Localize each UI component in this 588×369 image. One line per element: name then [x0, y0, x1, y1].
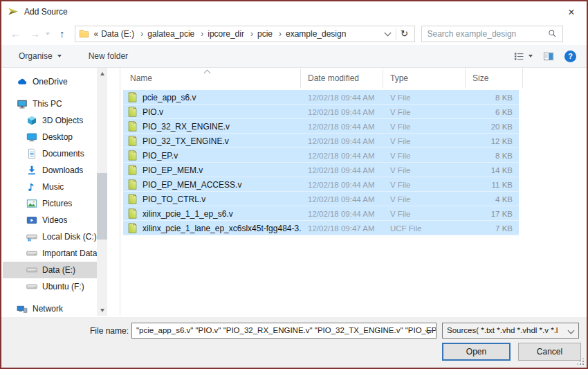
organise-button[interactable]: Organise — [15, 51, 66, 62]
up-button[interactable] — [57, 27, 67, 40]
recent-locations-chevron-icon[interactable] — [46, 33, 50, 35]
video-icon — [26, 215, 37, 226]
forward-button[interactable] — [28, 27, 42, 40]
column-header-type[interactable]: Type — [383, 69, 466, 88]
disk-icon — [26, 264, 37, 276]
pane-divider — [120, 68, 120, 316]
file-icon — [127, 150, 138, 161]
disk-icon — [26, 248, 37, 259]
network-icon — [17, 303, 28, 314]
file-row[interactable]: xilinx_pcie_1_lane_ep_xc6slx45t-fgg484-3… — [123, 221, 519, 235]
file-row[interactable]: PIO_32_TX_ENGINE.v 12/02/18 09:44 AM V F… — [123, 134, 519, 148]
command-toolbar: Organise New folder — [1, 45, 587, 68]
sidebar-scrollbar[interactable] — [97, 68, 107, 316]
sidebar-item[interactable]: OneDrive — [3, 73, 97, 90]
file-icon — [127, 208, 138, 219]
scrollbar-thumb[interactable] — [97, 173, 107, 240]
document-icon — [26, 148, 37, 159]
search-input[interactable] — [422, 29, 548, 39]
file-name-label: File name: — [75, 326, 129, 336]
sidebar-item[interactable]: Pictures — [3, 195, 97, 212]
folder-icon — [79, 28, 89, 39]
help-button[interactable] — [564, 51, 576, 62]
sidebar-item[interactable]: Important Data ( — [3, 245, 97, 262]
download-icon — [26, 165, 37, 176]
breadcrumb-item[interactable]: galatea_pcie — [147, 29, 207, 39]
scroll-up-button[interactable] — [97, 68, 107, 79]
breadcrumb-item[interactable]: pcie — [257, 29, 285, 39]
new-folder-button[interactable]: New folder — [84, 51, 132, 62]
back-button[interactable] — [8, 27, 23, 40]
file-name-combobox[interactable]: "pcie_app_s6.v" "PIO.v" "PIO_32_RX_ENGIN… — [131, 323, 437, 339]
file-list-pane: Name Date modified Type Size pcie_app_s6… — [123, 69, 585, 316]
file-icon — [127, 223, 138, 233]
diskos-icon — [26, 231, 37, 242]
close-button[interactable]: × — [556, 1, 587, 21]
navigation-bar: « Data (E:)galatea_pcieipcore_dirpcieexa… — [1, 22, 587, 45]
file-row[interactable]: PIO_32_RX_ENGINE.v 12/02/18 09:44 AM V F… — [123, 119, 519, 134]
navigation-pane: OneDrive This PC 3D Objects Desktop Docu… — [3, 68, 97, 316]
change-view-button[interactable] — [513, 51, 533, 62]
address-bar[interactable]: « Data (E:)galatea_pcieipcore_dirpcieexa… — [75, 26, 415, 42]
sidebar-item[interactable]: 3D Objects — [3, 112, 97, 129]
pc-icon — [17, 98, 28, 109]
disk-icon — [26, 281, 37, 292]
picture-icon — [26, 198, 37, 209]
file-type-filter-combobox[interactable]: Sources( *.txt *.vhd *.vhdl *.v *.l — [442, 323, 579, 339]
file-icon — [127, 136, 138, 146]
file-row[interactable]: xilinx_pcie_1_1_ep_s6.v 12/02/18 09:44 A… — [123, 206, 519, 221]
chevron-down-icon — [529, 55, 533, 57]
file-row[interactable]: PIO.v 12/02/18 09:44 AM V File 6 KB — [123, 105, 519, 119]
sidebar-item[interactable]: Local Disk (C:) — [3, 228, 97, 245]
file-row[interactable]: PIO_TO_CTRL.v 12/02/18 09:44 AM V File 4… — [123, 192, 519, 206]
scroll-down-button[interactable] — [97, 305, 107, 316]
file-icon — [127, 179, 138, 190]
breadcrumb-item[interactable]: example_design — [285, 29, 347, 39]
file-icon — [127, 165, 138, 175]
file-icon — [127, 92, 138, 102]
cloud-icon — [17, 76, 28, 87]
search-box[interactable] — [421, 26, 563, 42]
search-icon[interactable] — [548, 29, 557, 38]
refresh-button[interactable] — [396, 26, 413, 42]
add-source-dialog: Add Source × « Data (E:)galatea_pcieipco… — [0, 0, 588, 369]
preview-pane-icon — [543, 51, 554, 62]
sidebar-item[interactable]: Downloads — [3, 162, 97, 179]
sidebar-item[interactable]: Documents — [3, 145, 97, 162]
file-row[interactable]: PIO_EP_MEM.v 12/02/18 09:44 AM V File 14… — [123, 163, 519, 177]
music-icon — [26, 181, 37, 192]
breadcrumb-overflow[interactable]: « — [94, 29, 99, 39]
open-button[interactable]: Open — [442, 343, 511, 361]
column-header-size[interactable]: Size — [466, 69, 523, 88]
breadcrumb-item[interactable]: Data (E:) — [100, 29, 147, 39]
resize-grip[interactable] — [578, 359, 584, 365]
cancel-button[interactable]: Cancel — [518, 343, 581, 361]
sidebar-item[interactable]: Network — [3, 300, 97, 316]
file-row[interactable]: PIO_EP_MEM_ACCESS.v 12/02/18 09:44 AM V … — [123, 177, 519, 192]
title-bar: Add Source × — [1, 1, 587, 21]
file-list: pcie_app_s6.v 12/02/18 09:44 AM V File 8… — [123, 90, 585, 235]
view-controls — [513, 51, 576, 62]
details-view-icon — [513, 51, 524, 62]
breadcrumb-item[interactable]: ipcore_dir — [207, 29, 257, 39]
sidebar-item[interactable]: Desktop — [3, 129, 97, 145]
file-icon — [127, 121, 138, 132]
column-header-name[interactable]: Name — [123, 69, 301, 88]
app-logo-icon — [8, 6, 19, 17]
file-row[interactable]: pcie_app_s6.v 12/02/18 09:44 AM V File 8… — [123, 90, 519, 105]
desktop-icon — [26, 132, 37, 143]
sidebar-item[interactable]: Videos — [3, 212, 97, 228]
preview-pane-button[interactable] — [543, 51, 554, 62]
sidebar-item[interactable]: This PC — [3, 96, 97, 112]
sidebar-item[interactable]: Data (E:) — [3, 262, 97, 278]
sidebar-item[interactable]: Music — [3, 179, 97, 195]
file-icon — [127, 194, 138, 204]
column-header-date-modified[interactable]: Date modified — [301, 69, 383, 88]
sidebar-item[interactable]: Ubuntu (F:) — [3, 278, 97, 295]
file-row[interactable]: PIO_EP.v 12/02/18 09:44 AM V File 8 KB — [123, 148, 519, 163]
chevron-down-icon — [57, 55, 62, 57]
breadcrumb: Data (E:)galatea_pcieipcore_dirpcieexamp… — [100, 29, 347, 39]
dialog-footer: File name: "pcie_app_s6.v" "PIO.v" "PIO_… — [1, 317, 587, 368]
column-headers: Name Date modified Type Size — [123, 69, 585, 88]
address-history-chevron-icon[interactable] — [381, 28, 396, 39]
